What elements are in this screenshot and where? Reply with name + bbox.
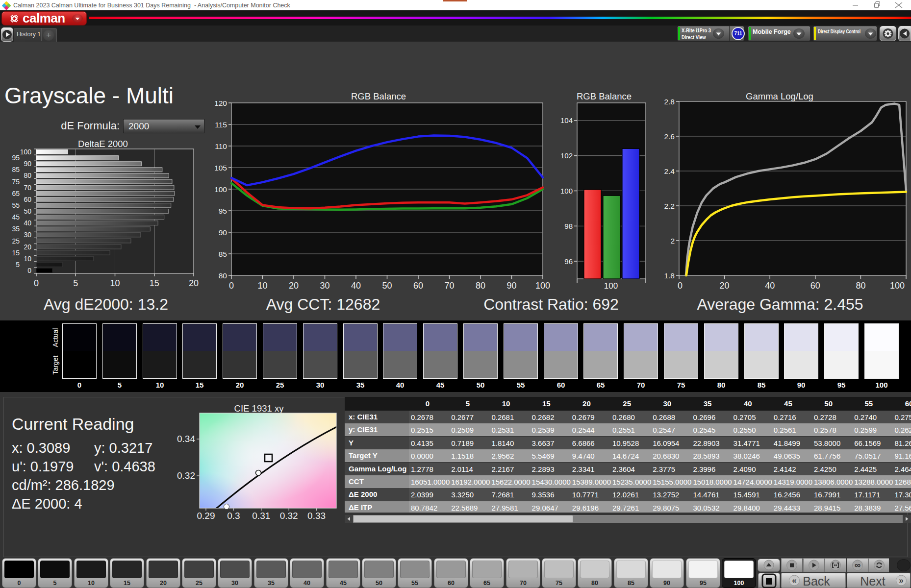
svg-text:115: 115 — [215, 121, 227, 129]
svg-text:75: 75 — [12, 178, 20, 186]
svg-text:0: 0 — [34, 278, 39, 288]
svg-text:Average Gamma: 2.455: Average Gamma: 2.455 — [697, 295, 863, 313]
svg-text:45: 45 — [12, 213, 20, 221]
svg-text:0.32: 0.32 — [177, 470, 195, 481]
svg-text:55: 55 — [12, 201, 20, 209]
svg-text:100: 100 — [890, 281, 905, 291]
svg-text:10: 10 — [24, 255, 31, 263]
svg-text:Gamma Log/Log: Gamma Log/Log — [746, 91, 813, 101]
svg-text:110: 110 — [215, 142, 227, 150]
svg-text:∞: ∞ — [855, 561, 860, 570]
svg-text:100: 100 — [214, 185, 227, 194]
svg-text:90: 90 — [24, 160, 31, 168]
svg-text:0.29: 0.29 — [197, 511, 215, 521]
svg-text:20: 20 — [720, 281, 730, 291]
svg-text:«: « — [792, 576, 796, 585]
svg-text:60: 60 — [810, 281, 820, 291]
svg-text:90: 90 — [506, 281, 516, 291]
svg-text:RGB Balance: RGB Balance — [351, 91, 406, 101]
svg-text:80: 80 — [476, 281, 485, 291]
svg-text:0: 0 — [678, 281, 683, 291]
svg-text:0: 0 — [27, 267, 31, 274]
svg-text:105: 105 — [214, 164, 227, 172]
svg-text:96: 96 — [564, 257, 573, 266]
svg-text:0: 0 — [229, 281, 234, 291]
svg-text:Contrast Ratio: 692: Contrast Ratio: 692 — [483, 295, 619, 313]
svg-text:40: 40 — [24, 219, 31, 227]
svg-text:60: 60 — [24, 196, 31, 203]
svg-text:0.3: 0.3 — [227, 511, 240, 521]
svg-text:80: 80 — [24, 172, 31, 179]
svg-text:15: 15 — [150, 278, 159, 288]
svg-text:40: 40 — [351, 281, 361, 291]
svg-text:25: 25 — [12, 237, 20, 245]
svg-text:80: 80 — [219, 271, 228, 280]
svg-text:0.33: 0.33 — [307, 511, 326, 521]
svg-text:0.34: 0.34 — [177, 434, 195, 444]
svg-text:10: 10 — [257, 281, 267, 291]
svg-text:50: 50 — [24, 207, 31, 215]
svg-text:30: 30 — [24, 231, 31, 239]
svg-text:100: 100 — [604, 281, 618, 291]
svg-text:100: 100 — [535, 281, 550, 291]
svg-text:20: 20 — [289, 281, 299, 291]
svg-text:65: 65 — [12, 190, 20, 197]
svg-text:80: 80 — [856, 281, 865, 291]
svg-text:70: 70 — [444, 281, 454, 291]
svg-text:2.2: 2.2 — [664, 202, 675, 210]
svg-text:98: 98 — [564, 222, 573, 230]
svg-text:95: 95 — [12, 154, 20, 162]
svg-text:CIE 1931 xy: CIE 1931 xy — [234, 403, 284, 414]
svg-text:DeltaE 2000: DeltaE 2000 — [78, 139, 128, 149]
svg-text:90: 90 — [219, 228, 228, 237]
svg-text:102: 102 — [560, 151, 573, 160]
svg-text:20: 20 — [24, 243, 31, 251]
svg-text:Avg dE2000: 13.2: Avg dE2000: 13.2 — [44, 295, 168, 313]
svg-text:30: 30 — [320, 281, 329, 291]
svg-text:5: 5 — [16, 261, 20, 269]
svg-text:100: 100 — [20, 148, 32, 156]
svg-text:50: 50 — [382, 281, 392, 291]
svg-text:10: 10 — [110, 278, 120, 288]
svg-text:»: » — [899, 576, 903, 585]
svg-text:0.32: 0.32 — [280, 511, 298, 521]
svg-text:2.6: 2.6 — [664, 132, 675, 141]
svg-text:RGB Balance: RGB Balance — [577, 91, 632, 101]
svg-text:85: 85 — [12, 166, 20, 173]
svg-text:85: 85 — [219, 250, 227, 258]
svg-text:2.8: 2.8 — [664, 98, 675, 106]
svg-text:5: 5 — [73, 278, 78, 288]
svg-text:95: 95 — [219, 207, 227, 215]
svg-text:2: 2 — [670, 237, 675, 245]
svg-text:104: 104 — [560, 116, 573, 124]
svg-text:120: 120 — [214, 99, 227, 107]
svg-text:100: 100 — [560, 187, 573, 195]
svg-text:60: 60 — [413, 281, 423, 291]
svg-text:70: 70 — [24, 184, 31, 192]
svg-text:15: 15 — [12, 249, 20, 257]
svg-text:2.4: 2.4 — [664, 167, 675, 175]
svg-text:35: 35 — [12, 225, 20, 233]
svg-text:20: 20 — [189, 278, 199, 288]
svg-text:Avg CCT: 12682: Avg CCT: 12682 — [266, 295, 380, 313]
svg-text:40: 40 — [765, 281, 775, 291]
svg-text:1.8: 1.8 — [664, 271, 675, 280]
svg-text:0.31: 0.31 — [252, 511, 270, 521]
